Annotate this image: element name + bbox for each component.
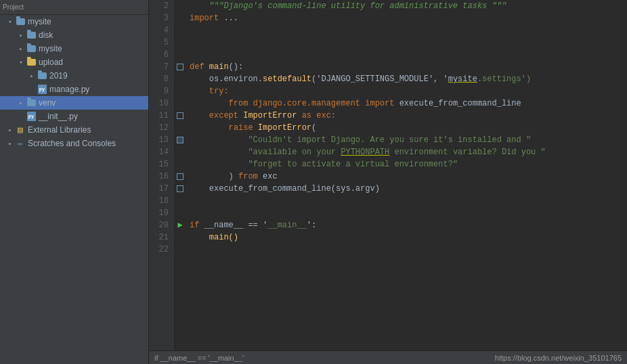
expand-arrow[interactable]	[5, 139, 15, 148]
scratches-icon: ✏	[15, 138, 26, 149]
gutter-mark	[173, 231, 187, 244]
line-number: 21	[149, 231, 169, 244]
code-line: execute_from_command_line(sys.argv)	[190, 183, 627, 195]
status-left: if __name__ == '__main__'	[154, 354, 244, 362]
sidebar-item-external-libraries[interactable]: ▤External Libraries	[0, 123, 148, 137]
code-line: ) from exc	[190, 170, 627, 183]
expand-arrow[interactable]	[27, 71, 37, 81]
gutter-mark	[173, 24, 187, 37]
code-line: raise ImportError(	[190, 122, 627, 134]
sidebar-item-label: manage.py	[49, 85, 89, 94]
gutter-mark	[173, 97, 187, 110]
sidebar-item-init-py[interactable]: py__init__.py	[0, 110, 148, 123]
bookmark-icon	[177, 185, 183, 192]
gutter-mark	[173, 122, 187, 134]
gutter: ▶	[173, 0, 187, 350]
line-number: 20	[149, 219, 169, 231]
gutter-mark: ▶	[173, 219, 187, 231]
gutter-mark	[173, 37, 187, 49]
status-right: https://blog.csdn.net/weixin_35101765	[495, 354, 622, 362]
line-number: 7	[149, 61, 169, 73]
code-lines[interactable]: """Django's command-line utility for adm…	[187, 0, 627, 350]
code-line: try:	[190, 85, 627, 97]
code-line	[190, 37, 627, 49]
line-number: 10	[149, 97, 169, 110]
bookmark-icon	[177, 173, 183, 180]
gutter-mark	[173, 195, 187, 207]
code-line: main()	[190, 231, 627, 244]
gutter-mark	[173, 146, 187, 158]
gutter-mark	[173, 158, 187, 170]
bookmark-icon	[177, 137, 183, 143]
code-line: from django.core.management import execu…	[190, 97, 627, 110]
sidebar-item-2019[interactable]: 2019	[0, 69, 148, 83]
code-line	[190, 207, 627, 219]
expand-arrow[interactable]	[5, 17, 15, 26]
expand-arrow[interactable]	[16, 58, 26, 67]
sidebar-item-mysite-root[interactable]: mysite	[0, 15, 148, 28]
line-number: 22	[149, 244, 169, 256]
gutter-mark	[173, 49, 187, 61]
gutter-mark	[173, 12, 187, 24]
code-container[interactable]: 2345678910111213141516171819202122 ▶ """…	[149, 0, 627, 350]
sidebar-item-label: disk	[39, 30, 53, 40]
sidebar-item-venv[interactable]: venv	[0, 96, 148, 110]
line-number: 16	[149, 170, 169, 183]
sidebar-item-label: mysite	[39, 44, 62, 53]
line-number: 8	[149, 73, 169, 85]
sidebar-item-label: Scratches and Consoles	[28, 139, 116, 148]
code-line: except ImportError as exc:	[190, 110, 627, 122]
gutter-mark	[173, 110, 187, 122]
code-line: def main():	[190, 61, 627, 73]
line-number: 5	[149, 37, 169, 49]
sidebar: Projectmysitediskmysiteupload2019pymanag…	[0, 0, 149, 364]
line-number: 3	[149, 12, 169, 24]
sidebar-item-label: mysite	[28, 17, 51, 26]
line-number: 19	[149, 207, 169, 219]
line-number: 6	[149, 49, 169, 61]
sidebar-item-upload[interactable]: upload	[0, 55, 148, 69]
line-number: 12	[149, 122, 169, 134]
code-line: os.environ.setdefault('DJANGO_SETTINGS_M…	[190, 73, 627, 85]
bookmark-icon	[177, 64, 183, 70]
sidebar-item-disk[interactable]: disk	[0, 28, 148, 42]
folder-icon	[26, 57, 37, 68]
gutter-mark	[173, 244, 187, 256]
sidebar-item-manage-py[interactable]: pymanage.py	[0, 83, 148, 96]
sidebar-item-mysite-inner[interactable]: mysite	[0, 42, 148, 55]
code-line	[190, 24, 627, 37]
code-line	[190, 244, 627, 256]
gutter-mark	[173, 170, 187, 183]
editor-area: 2345678910111213141516171819202122 ▶ """…	[149, 0, 627, 364]
line-number: 4	[149, 24, 169, 37]
folder-icon	[26, 43, 37, 54]
line-number: 13	[149, 134, 169, 146]
code-line: "Couldn't import Django. Are you sure it…	[190, 134, 627, 146]
code-line: "available on your PYTHONPATH environmen…	[190, 146, 627, 158]
line-number: 9	[149, 85, 169, 97]
gutter-mark	[173, 207, 187, 219]
sidebar-item-scratches[interactable]: ✏Scratches and Consoles	[0, 137, 148, 150]
library-icon: ▤	[15, 124, 26, 135]
line-number: 18	[149, 195, 169, 207]
sidebar-item-label: External Libraries	[28, 125, 91, 135]
bookmark-icon	[177, 112, 183, 119]
expand-arrow[interactable]	[16, 30, 26, 40]
code-line: """Django's command-line utility for adm…	[190, 0, 627, 12]
gutter-mark	[173, 0, 187, 12]
python-file-icon: py	[26, 111, 37, 122]
run-arrow-icon: ▶	[177, 219, 182, 231]
gutter-mark	[173, 73, 187, 85]
expand-arrow[interactable]	[16, 98, 26, 108]
sidebar-item-label: __init__.py	[39, 112, 78, 121]
code-line	[190, 49, 627, 61]
folder-icon	[37, 70, 47, 81]
sidebar-item-label: venv	[39, 98, 56, 108]
line-number: 17	[149, 183, 169, 195]
gutter-mark	[173, 85, 187, 97]
expand-arrow[interactable]	[5, 125, 15, 135]
expand-arrow[interactable]	[16, 44, 26, 53]
code-line	[190, 195, 627, 207]
gutter-mark	[173, 61, 187, 73]
folder-icon	[26, 30, 37, 41]
